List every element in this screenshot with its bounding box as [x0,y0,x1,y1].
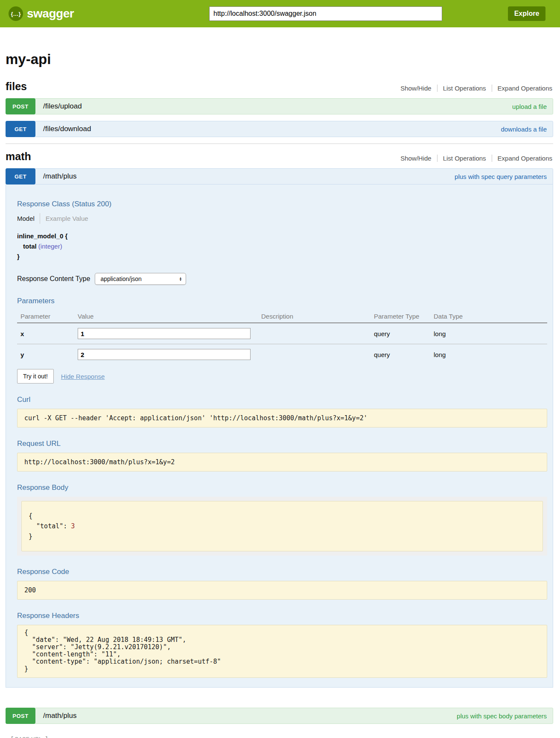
request-url-heading: Request URL [17,439,547,448]
expand-operations-link[interactable]: Expand Operations [492,155,553,162]
op-path-files-download[interactable]: /files/download [43,125,91,133]
parameters-heading: Parameters [17,297,547,305]
select-arrows-icon: ▲ ▼ [179,277,182,281]
model-tabs: Model Example Value [17,213,547,224]
curl-heading: Curl [17,395,547,404]
response-body-value: { "total": 3 } [21,501,543,551]
page-title: my-api [6,51,553,67]
op-path-math-plus-get[interactable]: /math/plus [43,172,76,181]
tab-example-value[interactable]: Example Value [40,213,88,224]
method-badge-get: GET [6,168,35,184]
section-math: math Show/Hide List Operations Expand Op… [6,150,553,724]
op-summary-math-plus-post[interactable]: plus with spec body parameters [457,712,547,720]
response-code-value: 200 [17,581,547,600]
model-property-name: total [23,243,37,250]
show-hide-link[interactable]: Show/Hide [395,155,437,162]
section-title-math: math [6,150,31,163]
param-type-x: query [374,323,434,344]
swagger-logo-icon: {…} [9,6,23,21]
method-badge-post: POST [6,708,35,724]
section-files: files Show/Hide List Operations Expand O… [6,80,553,137]
response-class-heading: Response Class (Status 200) [17,200,547,208]
list-operations-link[interactable]: List Operations [437,155,492,162]
brand-title: swagger [27,7,74,20]
footer-bracket-close: ] [46,735,48,738]
response-body-container: { "total": 3 } [17,497,547,556]
model-property-type: (integer) [38,243,62,250]
param-description-x [261,323,374,344]
col-header-parameter-type: Parameter Type [374,310,434,323]
header-bar: {…} swagger Explore [0,0,560,27]
op-row-files-download[interactable]: GET /files/download downloads a file [6,121,553,137]
param-name-y: y [17,344,78,365]
param-row-y: y query long [17,344,547,365]
op-row-files-upload[interactable]: POST /files/upload upload a file [6,98,553,114]
param-data-type-x: long [434,323,547,344]
response-body-heading: Response Body [17,483,547,492]
model-signature: inline_model_0 { total (integer) } [17,232,547,260]
op-row-math-plus-post[interactable]: POST /math/plus plus with spec body para… [6,708,553,724]
op-summary-files-download[interactable]: downloads a file [501,126,547,133]
response-body-number: 3 [71,522,75,530]
response-code-heading: Response Code [17,568,547,576]
response-headers-value: { "date": "Wed, 22 Aug 2018 18:49:13 GMT… [17,625,547,678]
op-summary-files-upload[interactable]: upload a file [512,103,547,110]
section-controls-math: Show/Hide List Operations Expand Operati… [395,155,553,163]
swagger-brand-link[interactable]: {…} swagger [9,6,74,21]
param-input-x[interactable] [78,328,251,339]
param-type-y: query [374,344,434,365]
model-close-brace: } [17,253,547,260]
show-hide-link[interactable]: Show/Hide [395,85,437,92]
param-name-x: x [17,323,78,344]
api-url-input[interactable] [209,6,442,21]
col-header-data-type: Data Type [434,310,547,323]
col-header-value: Value [78,310,261,323]
hide-response-link[interactable]: Hide Response [61,373,105,380]
response-content-type-select[interactable]: application/json ▲ ▼ [95,273,186,285]
list-operations-link[interactable]: List Operations [437,85,492,92]
explore-button[interactable]: Explore [508,6,545,21]
op-row-math-plus-get[interactable]: GET /math/plus plus with spec query para… [6,168,553,184]
col-header-description: Description [261,310,374,323]
method-badge-get: GET [6,121,35,137]
section-controls-files: Show/Hide List Operations Expand Operati… [395,85,553,93]
curl-command: curl -X GET --header 'Accept: applicatio… [17,409,547,428]
try-it-out-button[interactable]: Try it out! [17,369,54,384]
parameters-table: Parameter Value Description Parameter Ty… [17,310,547,365]
response-body-suffix: } [29,533,32,540]
section-title-files: files [6,80,27,93]
col-header-parameter: Parameter [17,310,78,323]
response-body-prefix: { "total": [29,512,71,530]
section-divider [6,144,553,144]
param-input-y[interactable] [78,349,251,360]
response-content-type-label: Response Content Type [17,275,90,283]
param-row-x: x query long [17,323,547,344]
op-path-files-upload[interactable]: /files/upload [43,102,82,111]
base-url-footer: [ BASE URL: ] [11,735,553,738]
request-url-value: http://localhost:3000/math/plus?x=1&y=2 [17,453,547,472]
op-summary-math-plus-get[interactable]: plus with spec query parameters [455,173,547,180]
op-path-math-plus-post[interactable]: /math/plus [43,712,76,720]
response-headers-heading: Response Headers [17,612,547,620]
param-data-type-y: long [434,344,547,365]
footer-base-url-label: BASE URL: [15,736,44,738]
operation-detail-panel: Response Class (Status 200) Model Exampl… [6,184,553,688]
method-badge-post: POST [6,98,35,114]
footer-bracket-open: [ [11,735,13,738]
tab-model[interactable]: Model [17,213,40,224]
selected-content-type: application/json [100,275,142,282]
model-name: inline_model_0 { [17,232,547,240]
param-description-y [261,344,374,365]
expand-operations-link[interactable]: Expand Operations [492,85,553,92]
